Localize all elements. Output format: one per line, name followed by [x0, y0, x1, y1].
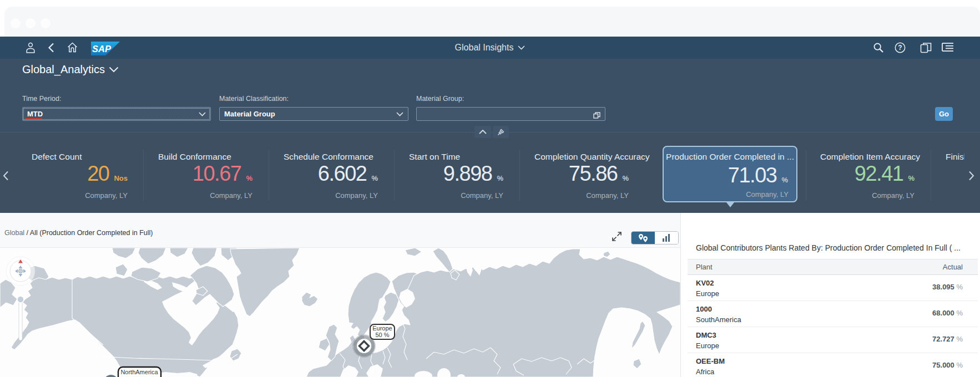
svg-text:?: ?	[898, 44, 902, 52]
svg-text:50 %: 50 %	[375, 332, 389, 338]
svg-text:NorthAmerica: NorthAmerica	[120, 369, 158, 375]
svg-text:Europe: Europe	[372, 325, 392, 332]
